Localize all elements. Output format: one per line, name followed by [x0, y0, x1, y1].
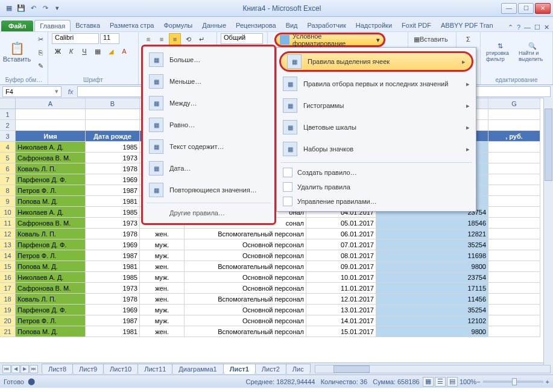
zoom-knob[interactable]	[512, 378, 517, 385]
horizontal-scrollbar[interactable]	[315, 365, 551, 373]
fill-color-button[interactable]: ◢	[105, 45, 117, 57]
cell[interactable]: 1978	[86, 294, 140, 305]
row-header[interactable]: 9	[0, 196, 16, 207]
cell[interactable]: Сафронова В. М.	[16, 153, 86, 163]
cell[interactable]	[16, 109, 86, 120]
cell[interactable]: 07.01.2017	[306, 239, 376, 250]
cell[interactable]	[488, 196, 540, 207]
cell[interactable]: 9800	[376, 261, 488, 272]
cell[interactable]: жен.	[140, 326, 185, 337]
cell[interactable]: Николаев А. Д.	[16, 272, 86, 283]
cell[interactable]: 12102	[376, 315, 488, 326]
cell[interactable]	[488, 294, 540, 305]
cell[interactable]: 1978	[86, 229, 140, 239]
cell[interactable]: Парфенов Д. Ф.	[16, 174, 86, 185]
cell[interactable]: 08.01.2017	[306, 250, 376, 261]
cf-menu-item[interactable]: ▦Правила отбора первых и последних значе…	[277, 73, 476, 95]
row-header[interactable]: 11	[0, 218, 16, 229]
row-header[interactable]: 2	[0, 120, 16, 131]
doc-restore-icon[interactable]: ☐	[534, 24, 540, 31]
sheet-tab[interactable]: Лист9	[72, 364, 104, 374]
row-header[interactable]: 7	[0, 174, 16, 185]
cell[interactable]	[16, 120, 86, 131]
excel-icon[interactable]: ▦	[4, 3, 14, 14]
zoom-out-icon[interactable]: −	[476, 378, 480, 385]
cut-icon[interactable]: ✂	[34, 33, 46, 45]
ribbon-tab-4[interactable]: Данные	[197, 20, 231, 31]
sheet-tab[interactable]: Лист10	[103, 364, 138, 374]
autosum-icon[interactable]: Σ	[460, 33, 476, 45]
cell[interactable]: 05.01.2017	[306, 218, 376, 229]
align-bottom-icon[interactable]: ≡	[169, 33, 181, 45]
sheet-tab[interactable]: Лист11	[137, 364, 172, 374]
cell[interactable]: 09.01.2017	[306, 261, 376, 272]
cell[interactable]: 1987	[86, 315, 140, 326]
cf-menu-item[interactable]: ▦Гистограммы▸	[277, 95, 476, 116]
maximize-button[interactable]: ☐	[518, 3, 534, 14]
cell[interactable]: 1973	[86, 153, 140, 163]
row-header[interactable]: 19	[0, 305, 16, 315]
border-button[interactable]: ▦	[92, 45, 104, 57]
sheet-tab[interactable]: Лист1	[223, 364, 256, 374]
cell[interactable]	[488, 185, 540, 196]
header-cell[interactable]: , руб.	[488, 131, 540, 142]
ribbon-tab-1[interactable]: Вставка	[71, 20, 105, 31]
font-color-button[interactable]: A	[118, 45, 130, 57]
bold-button[interactable]: Ж	[52, 45, 64, 57]
row-header[interactable]: 4	[0, 142, 16, 153]
column-header[interactable]: G	[488, 98, 540, 109]
cf-footer-item[interactable]: Управление правилами…	[277, 194, 476, 209]
fx-button[interactable]: fx	[64, 88, 77, 95]
cell[interactable]	[488, 120, 540, 131]
ribbon-tab-3[interactable]: Формулы	[159, 20, 197, 31]
cell[interactable]	[488, 305, 540, 315]
cell[interactable]: Петров Ф. Л.	[16, 185, 86, 196]
highlight-rule-item[interactable]: ▦Повторяющиеся значения…	[143, 179, 274, 201]
cell[interactable]: 1969	[86, 305, 140, 315]
cell[interactable]: 1981	[86, 261, 140, 272]
cell[interactable]: Парфенов Д. Ф.	[16, 239, 86, 250]
cell[interactable]: 1985	[86, 207, 140, 218]
align-middle-icon[interactable]: ≡	[156, 33, 168, 45]
insert-cells-button[interactable]: ▦ Вставить	[412, 33, 450, 45]
cell[interactable]: Основной персонал	[185, 315, 306, 326]
highlight-rule-item[interactable]: ▦Между…	[143, 92, 274, 114]
cell[interactable]: 11698	[376, 250, 488, 261]
cell[interactable]: 23754	[376, 272, 488, 283]
cf-menu-item[interactable]: ▦Правила выделения ячеек▸	[279, 51, 473, 72]
orientation-icon[interactable]: ⟲	[182, 33, 194, 45]
cell[interactable]	[86, 109, 140, 120]
cell[interactable]: Основной персонал	[185, 283, 306, 294]
ribbon-tab-6[interactable]: Вид	[281, 20, 303, 31]
cell[interactable]: Основной персонал	[185, 272, 306, 283]
cell[interactable]	[488, 250, 540, 261]
align-top-icon[interactable]: ≡	[142, 33, 154, 45]
cell[interactable]	[488, 283, 540, 294]
conditional-formatting-button[interactable]: Условное форматирование ▾	[274, 33, 385, 47]
help-icon[interactable]: ?	[517, 24, 520, 31]
cell[interactable]: Попова М. Д.	[16, 261, 86, 272]
cell[interactable]: 17115	[376, 283, 488, 294]
more-rules-item[interactable]: Другие правила…	[143, 205, 274, 221]
ribbon-tab-5[interactable]: Рецензирова	[231, 20, 281, 31]
ribbon-tab-7[interactable]: Разработчик	[303, 20, 351, 31]
cell[interactable]: муж.	[140, 239, 185, 250]
find-select-button[interactable]: 🔍 Найти и выделить	[517, 33, 548, 71]
cell[interactable]: 1969	[86, 239, 140, 250]
cell[interactable]: Основной персонал	[185, 250, 306, 261]
header-cell[interactable]: Имя	[16, 131, 86, 142]
underline-button[interactable]: Ч	[78, 45, 90, 57]
format-painter-icon[interactable]: ✎	[34, 60, 46, 72]
cell[interactable]: 1987	[86, 250, 140, 261]
sheet-tab[interactable]: Диаграмма1	[172, 364, 223, 374]
close-button[interactable]: ✕	[535, 3, 551, 14]
cell[interactable]: Николаев А. Д.	[16, 207, 86, 218]
cell[interactable]: Коваль Л. П.	[16, 229, 86, 239]
cell[interactable]: муж.	[140, 305, 185, 315]
cell[interactable]: 18546	[376, 218, 488, 229]
font-name-select[interactable]: Calibri	[52, 33, 99, 44]
cell[interactable]: 1978	[86, 163, 140, 174]
macro-record-icon[interactable]: ⬤	[28, 378, 35, 385]
cell[interactable]: Попова М. Д.	[16, 326, 86, 337]
minimize-ribbon-icon[interactable]: ⌃	[508, 24, 513, 31]
